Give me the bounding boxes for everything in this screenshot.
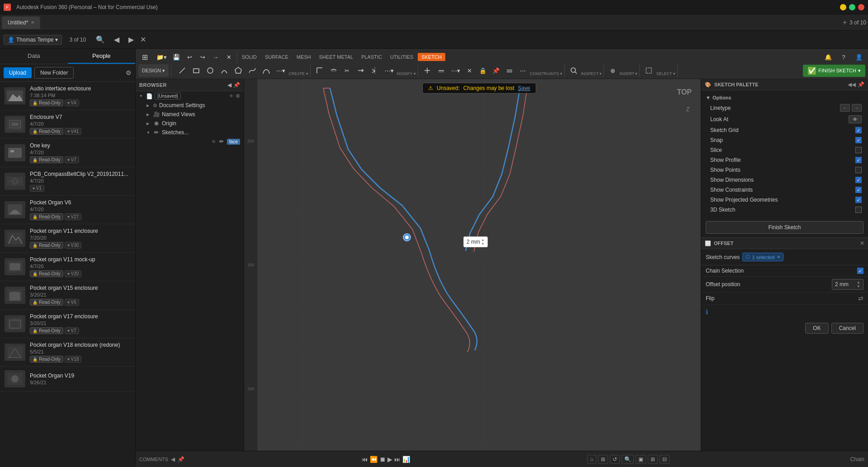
sketch-grid-checkbox[interactable] — [855, 127, 862, 133]
list-item[interactable]: PCB_CompassBeltClip V2_201912011... 4/7/… — [0, 167, 135, 196]
zoom-button[interactable]: 🔍 — [622, 455, 634, 464]
sidebar-tab-people[interactable]: People — [68, 49, 136, 64]
sketch-palette-pin-button[interactable]: 📌 — [858, 81, 864, 88]
offset-close-button[interactable]: ✕ — [860, 240, 864, 246]
dim-spinners[interactable]: ▲ ▼ — [481, 238, 485, 246]
skip-start-button[interactable]: ⏮ — [362, 456, 368, 463]
close-button[interactable] — [858, 4, 864, 10]
comments-pin-button[interactable]: 📌 — [178, 456, 184, 462]
more-create[interactable]: ⋯▾ — [274, 64, 288, 77]
ws-solid[interactable]: SOLID — [238, 53, 260, 61]
list-item[interactable]: One key 4/7/20 🔒 Read-Only ▾ V7 — [0, 139, 135, 167]
save-link[interactable]: Save — [518, 85, 530, 91]
upload-button[interactable]: Upload — [4, 67, 32, 78]
offset-input[interactable]: 2 mm ▲ ▼ — [832, 279, 863, 290]
app-menu-button[interactable]: ⊞ — [138, 51, 151, 63]
canvas-inner[interactable]: 2 mm ▲ ▼ ⚠ Unsaved: Changes may be lost … — [258, 79, 701, 451]
home-view-button[interactable]: ⌂ — [587, 455, 596, 464]
orbit-button[interactable]: ↺ — [610, 455, 620, 464]
show-constraints-checkbox[interactable] — [855, 187, 862, 193]
finish-sketch-button[interactable]: ✅ FINISH SKETCH ▾ — [803, 65, 865, 77]
grid-mode-button[interactable]: ⊞ — [648, 455, 658, 464]
list-item[interactable]: Pocket organ V18 enclosure (redone) 5/5/… — [0, 338, 135, 367]
dimension-bubble[interactable]: 2 mm ▲ ▼ — [463, 236, 488, 247]
fillet-tool[interactable] — [313, 64, 326, 77]
snap-checkbox[interactable] — [855, 137, 862, 143]
timeline-tool[interactable]: 📊 — [402, 456, 410, 463]
list-item[interactable]: Pocket Organ V19 9/26/21 — [0, 367, 135, 392]
offset-down-icon[interactable]: ▼ — [857, 284, 860, 288]
browser-root-item[interactable]: ▼ 📄 (Unsaved) 👁 ⚙ — [136, 91, 244, 101]
sidebar-tab-data[interactable]: Data — [0, 49, 68, 64]
canvas-area[interactable]: 200 150 100 — [244, 79, 701, 451]
skip-end-button[interactable]: ⏭ — [394, 456, 401, 463]
show-dimensions-checkbox[interactable] — [855, 177, 862, 183]
user-button[interactable]: 👤 Thomas Tempe ▾ — [4, 35, 62, 45]
ws-utilities[interactable]: UTILITIES — [387, 53, 417, 61]
conic-tool[interactable] — [259, 64, 273, 77]
line-tool[interactable] — [175, 64, 189, 77]
spline-tool[interactable] — [245, 64, 259, 77]
cancel-button[interactable]: Cancel — [831, 323, 863, 334]
trim-tool[interactable]: ✂ — [341, 64, 354, 77]
close-doc-button[interactable]: ✕ — [222, 51, 235, 63]
insert-button[interactable]: ⊕ — [606, 64, 619, 77]
nav-left-button[interactable]: ◀ — [111, 34, 122, 45]
new-tab-button[interactable]: + — [843, 19, 847, 27]
list-item[interactable]: Audio interface enclosure 7:38:14 PM 🔒 R… — [0, 82, 135, 110]
more-constraints[interactable]: ⋯▾ — [448, 64, 463, 77]
slice-checkbox[interactable] — [855, 147, 862, 153]
offset-tool[interactable] — [327, 64, 340, 77]
fix-tool[interactable]: 📌 — [490, 64, 502, 77]
circle-tool[interactable] — [203, 64, 217, 77]
3d-sketch-checkbox[interactable] — [855, 207, 862, 213]
account-button[interactable]: 👤 — [853, 51, 865, 63]
ws-mesh[interactable]: MESH — [293, 53, 315, 61]
display-mode-button[interactable]: ▣ — [636, 455, 646, 464]
show-points-checkbox[interactable] — [855, 167, 862, 173]
browser-origin[interactable]: ▶ ⊕ Origin — [136, 119, 244, 128]
options-title[interactable]: ▼ Options — [701, 93, 868, 102]
save-button[interactable]: 💾 — [170, 51, 183, 63]
browser-pin-button[interactable]: 📌 — [233, 82, 240, 88]
list-item[interactable]: Pocket organ V11 mock-up 4/7/20 🔒 Read-O… — [0, 253, 135, 281]
inspect-button[interactable] — [567, 64, 580, 77]
panel-close-button[interactable]: ✕ — [140, 35, 146, 44]
list-item[interactable]: Enclosure V7 4/7/20 🔒 Read-Only ▾ V41 — [0, 110, 135, 139]
prev-button[interactable]: ⏪ — [370, 456, 377, 463]
help-button[interactable]: ? — [837, 51, 850, 63]
equal-tool[interactable] — [503, 64, 516, 77]
coincident-tool[interactable] — [420, 64, 434, 77]
list-item[interactable]: Pocket organ V15 enclosure 3/20/21 🔒 Rea… — [0, 281, 135, 310]
offset-spinners[interactable]: ▲ ▼ — [857, 280, 860, 288]
tab-close-icon[interactable]: ✕ — [31, 20, 34, 25]
lock-tool[interactable]: 🔒 — [476, 64, 489, 77]
delete-tool[interactable]: ✕ — [463, 64, 476, 77]
view-menu-button[interactable]: ⊟ — [660, 455, 670, 464]
look-at-button[interactable]: 👁 — [849, 115, 862, 123]
flip-icon[interactable]: ⇄ — [858, 295, 863, 302]
redo-button[interactable]: ↪ — [196, 51, 209, 63]
design-dropdown[interactable]: DESIGN ▾ — [138, 64, 169, 77]
maximize-button[interactable] — [849, 4, 855, 10]
chain-selection-checkbox[interactable] — [857, 268, 863, 274]
linetype-left-btn[interactable]: ← — [840, 104, 850, 112]
ws-sheetmetal[interactable]: SHEET METAL — [316, 53, 357, 61]
browser-sketches[interactable]: ▼ ✏ Sketches... — [136, 128, 244, 137]
more-modify[interactable]: ⋯▾ — [382, 64, 396, 77]
ws-sketch[interactable]: SKETCH — [418, 53, 445, 61]
show-profile-checkbox[interactable] — [855, 157, 862, 163]
extend-tool[interactable] — [354, 64, 368, 77]
deselect-button[interactable]: ✕ — [777, 255, 780, 259]
minimize-button[interactable] — [840, 4, 846, 10]
browser-named-views[interactable]: ▶ 🎥 Named Views — [136, 110, 244, 119]
list-item[interactable]: Pocket Organ V6 4/7/20 🔒 Read-Only ▾ V27 — [0, 196, 135, 224]
settings-icon-button[interactable]: ⚙ — [126, 69, 132, 76]
file-button[interactable]: 📁▾ — [154, 51, 170, 63]
new-folder-button[interactable]: New Folder — [34, 67, 74, 79]
collinear-tool[interactable] — [434, 64, 448, 77]
forward-button[interactable]: → — [209, 51, 222, 63]
linetype-right-btn[interactable]: → — [852, 104, 862, 112]
sketch-palette-expand-button[interactable]: ◀◀ — [848, 81, 856, 88]
nav-right-button[interactable]: ▶ — [126, 34, 137, 45]
